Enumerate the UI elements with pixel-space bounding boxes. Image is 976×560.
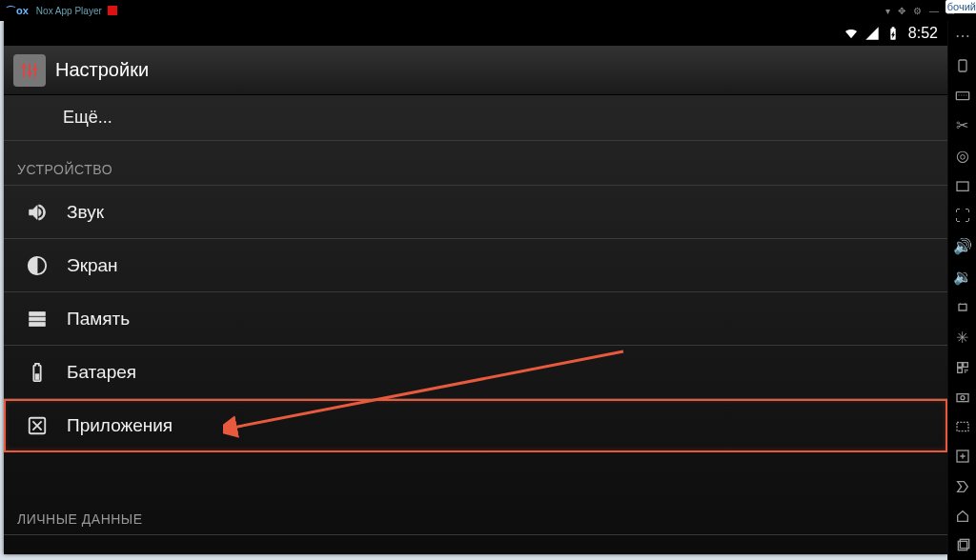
multi-icon[interactable] [954,359,971,375]
window-title-bar: ⌒ox Nox App Player ▾ ✥ ⚙ — ☐ ✕ [0,0,976,21]
item-battery[interactable]: Батарея [4,346,947,399]
settings-header: Настройки [4,46,947,95]
keyboard-icon[interactable] [954,87,971,103]
category-device: УСТРОЙСТВО [4,141,947,186]
item-storage[interactable]: Память [4,292,947,346]
nox-logo: ⌒ox [6,4,29,18]
svg-point-21 [965,371,966,372]
screenshot-icon[interactable] [954,419,971,435]
svg-point-20 [966,370,967,370]
settings-list[interactable]: Ещё... УСТРОЙСТВО Звук Экран Память Бата… [4,95,947,554]
item-apps[interactable]: Приложения [4,399,947,452]
more-icon[interactable]: ⋯ [954,27,971,44]
expand-icon[interactable]: ▾ [885,6,890,16]
item-label: Батарея [67,362,136,383]
signal-icon [864,26,880,41]
item-label: Экран [67,255,118,276]
svg-rect-15 [957,182,968,190]
item-label: Звук [67,202,104,223]
rotate-icon[interactable] [954,57,971,73]
location-icon[interactable]: ◎ [954,148,971,165]
emulator-viewport: 8:52 Настройки Ещё... УСТРОЙСТВО Звук Эк… [4,21,947,554]
svg-rect-8 [30,317,46,321]
settings-icon [13,54,46,87]
item-label: Память [67,309,130,330]
wifi-icon [844,26,859,41]
svg-point-23 [961,396,965,400]
scissors-icon[interactable]: ✂ [954,117,971,134]
item-sound[interactable]: Звук [4,186,947,239]
page-title: Настройки [55,59,149,81]
loading-icon[interactable]: ✳ [954,329,971,346]
folder-icon[interactable] [954,178,971,194]
fullscreen-icon[interactable]: ⛶ [954,208,971,225]
svg-rect-10 [35,373,39,379]
background-peek-text: бочий [946,0,976,13]
svg-rect-1 [29,63,30,77]
recent-icon[interactable] [954,538,971,554]
battery-icon [885,26,901,41]
back-icon[interactable] [954,478,971,494]
camera-icon[interactable] [954,389,971,405]
alert-icon [108,6,117,15]
item-more[interactable]: Ещё... [4,95,947,141]
svg-rect-3 [22,66,27,69]
svg-rect-5 [32,68,37,70]
battery-icon [27,362,48,383]
svg-rect-16 [957,362,962,367]
svg-rect-4 [28,71,32,74]
svg-rect-14 [956,92,968,100]
side-toolbar: ⋯ ✂ ◎ ⛶ 🔊 🔉 ✳ [947,21,976,560]
minimize-button[interactable]: — [929,6,939,16]
svg-rect-0 [23,63,25,77]
home-icon[interactable] [954,508,971,524]
app-title: Nox App Player [36,6,102,16]
gear-icon[interactable]: ⚙ [913,6,922,16]
apk-icon[interactable] [954,299,971,315]
svg-rect-22 [957,394,968,402]
svg-rect-18 [957,368,962,372]
add-icon[interactable] [954,449,971,465]
volume-up-icon[interactable]: 🔊 [954,238,971,255]
category-personal: ЛИЧНЫЕ ДАННЫЕ [4,490,947,535]
apps-icon [27,415,48,436]
item-label: Ещё... [63,108,112,128]
status-clock: 8:52 [908,25,938,42]
svg-rect-7 [30,311,46,315]
item-display[interactable]: Экран [4,239,947,292]
storage-icon [27,309,48,330]
volume-down-icon[interactable]: 🔉 [954,269,971,286]
svg-rect-24 [957,423,968,431]
svg-rect-17 [963,362,967,367]
item-label: Приложения [67,415,173,436]
move-icon[interactable]: ✥ [898,6,905,16]
svg-rect-13 [959,60,966,71]
svg-rect-9 [30,322,46,326]
display-icon [27,255,48,276]
svg-point-19 [965,370,966,370]
sound-icon [27,202,48,223]
android-status-bar: 8:52 [4,21,947,46]
